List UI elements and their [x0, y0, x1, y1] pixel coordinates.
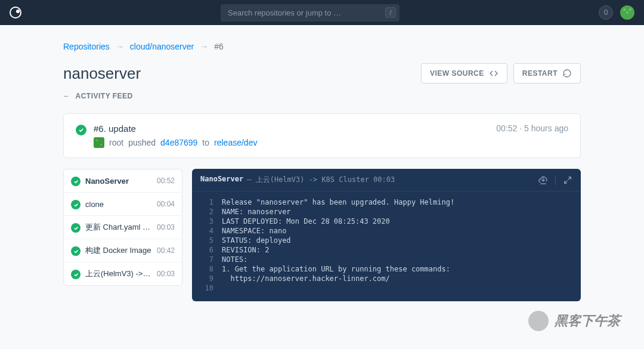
breadcrumb-root[interactable]: Repositories	[63, 42, 110, 51]
watermark-badge-icon	[528, 311, 549, 318]
event-actor: root	[109, 138, 123, 147]
event-time-ago: 5 hours ago	[524, 123, 568, 133]
log-line: 3LAST DEPLOYED: Mon Dec 28 08:25:43 2020	[192, 217, 581, 226]
chevron-right-icon: →	[116, 42, 124, 51]
watermark-text: 黑客下午茶	[555, 312, 620, 318]
log-title-step: NanoServer	[200, 175, 243, 185]
log-body: 1Release "nanoserver" has been upgraded.…	[192, 192, 581, 301]
commit-hash-link[interactable]: d4e87699	[160, 138, 197, 147]
step-time: 00:03	[157, 270, 175, 278]
activity-feed-link[interactable]: ← ACTIVITY FEED	[63, 92, 581, 100]
step-row[interactable]: 更新 Chart.yaml appVer…00:03	[64, 216, 182, 239]
log-line-text: 1. Get the application URL by running th…	[222, 265, 450, 273]
step-name: clone	[85, 200, 152, 209]
log-line-text: STATUS: deployed	[222, 236, 291, 245]
log-line-text: REVISION: 2	[222, 246, 269, 254]
log-line: 9 https://nanoserver.hacker-linner.com/	[192, 274, 581, 283]
log-panel: NanoServer — 上云(HelmV3) -> K8S Cluster 0…	[192, 169, 581, 301]
steps-panel: NanoServer00:52clone00:04更新 Chart.yaml a…	[63, 169, 182, 286]
event-title: #6. update	[94, 123, 489, 134]
step-time: 00:42	[157, 246, 175, 255]
log-line: 10	[192, 283, 581, 293]
view-source-label: VIEW SOURCE	[430, 69, 484, 78]
status-success-icon	[71, 246, 80, 256]
step-name: NanoServer	[85, 177, 152, 186]
log-line-number: 2	[200, 208, 213, 216]
log-line-text: NOTES:	[222, 255, 247, 264]
arrow-left-icon: ←	[63, 92, 71, 100]
app-logo-icon[interactable]	[10, 7, 21, 18]
search-shortcut-key: /	[385, 7, 396, 18]
log-line: 7NOTES:	[192, 255, 581, 264]
event-duration: 00:52	[496, 123, 517, 133]
log-line-text: https://nanoserver.hacker-linner.com/	[222, 274, 390, 283]
breadcrumb: Repositories → cloud/nanoserver → #6	[63, 42, 581, 51]
step-name: 上云(HelmV3) -> K8S …	[85, 268, 152, 279]
status-success-icon	[71, 223, 80, 233]
download-icon[interactable]	[538, 175, 548, 185]
search-input[interactable]	[221, 4, 400, 21]
user-avatar[interactable]	[620, 5, 634, 20]
status-success-icon	[71, 200, 80, 209]
log-line: 4NAMESPACE: nano	[192, 226, 581, 236]
log-line-number: 8	[200, 265, 213, 273]
log-title: NanoServer — 上云(HelmV3) -> K8S Cluster 0…	[200, 175, 395, 185]
breadcrumb-current: #6	[214, 42, 224, 51]
notification-count-badge[interactable]: 0	[599, 5, 613, 20]
log-line-text: NAME: nanoserver	[222, 208, 291, 216]
committer-avatar	[94, 137, 104, 148]
step-time: 00:03	[157, 223, 175, 231]
log-line: 2NAME: nanoserver	[192, 207, 581, 217]
event-verb: pushed	[128, 138, 156, 147]
log-line-number: 5	[200, 236, 213, 245]
code-icon	[489, 69, 499, 78]
log-line-text: LAST DEPLOYED: Mon Dec 28 08:25:43 2020	[222, 217, 390, 226]
restart-button[interactable]: RESTART	[513, 63, 581, 84]
log-line-text: NAMESPACE: nano	[222, 227, 286, 235]
refresh-icon	[562, 69, 572, 78]
status-success-icon	[71, 177, 80, 186]
log-line-number: 10	[200, 284, 213, 292]
event-to: to	[202, 138, 209, 147]
activity-feed-label: ACTIVITY FEED	[76, 92, 133, 100]
log-line-number: 4	[200, 227, 213, 235]
page-title: nanoserver	[63, 64, 141, 83]
branch-link[interactable]: release/dev	[214, 138, 257, 147]
watermark: 黑客下午茶	[528, 311, 620, 318]
step-time: 00:04	[157, 200, 175, 208]
search-wrap: /	[221, 4, 400, 21]
chevron-right-icon: →	[200, 42, 208, 51]
step-name: 更新 Chart.yaml appVer…	[85, 222, 152, 233]
step-row[interactable]: 构建 Docker Image00:42	[64, 239, 182, 262]
log-line: 6REVISION: 2	[192, 245, 581, 255]
log-line: 1Release "nanoserver" has been upgraded.…	[192, 197, 581, 207]
view-source-button[interactable]: VIEW SOURCE	[421, 63, 507, 84]
status-success-icon	[71, 270, 80, 279]
topbar: / 0	[0, 0, 644, 25]
step-row[interactable]: NanoServer00:52	[64, 169, 182, 193]
log-title-detail: — 上云(HelmV3) -> K8S Cluster 00:03	[247, 175, 395, 185]
log-line-number: 7	[200, 255, 213, 264]
log-line-text: Release "nanoserver" has been upgraded. …	[222, 198, 454, 206]
breadcrumb-repo[interactable]: cloud/nanoserver	[130, 42, 194, 51]
step-row[interactable]: clone00:04	[64, 193, 182, 216]
restart-label: RESTART	[522, 69, 558, 78]
log-line-number: 6	[200, 246, 213, 254]
log-line: 81. Get the application URL by running t…	[192, 264, 581, 274]
step-time: 00:52	[157, 177, 175, 185]
log-line-number: 1	[200, 198, 213, 206]
step-row[interactable]: 上云(HelmV3) -> K8S …00:03	[64, 262, 182, 285]
log-line: 5STATUS: deployed	[192, 236, 581, 245]
log-line-number: 9	[200, 274, 213, 283]
status-success-icon	[76, 125, 86, 135]
expand-icon[interactable]	[563, 175, 572, 185]
log-line-number: 3	[200, 217, 213, 226]
step-name: 构建 Docker Image	[85, 245, 152, 256]
build-event-card: #6. update root pushed d4e87699 to relea…	[63, 113, 581, 158]
